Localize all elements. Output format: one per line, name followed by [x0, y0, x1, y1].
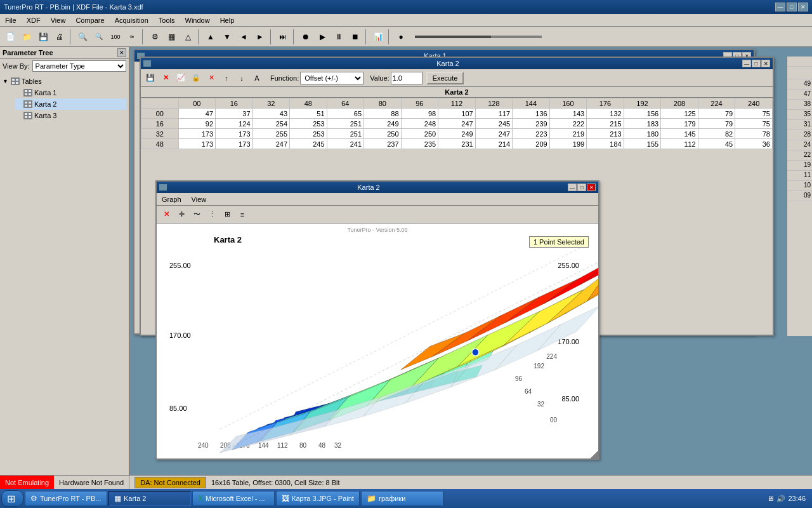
cell-48-128[interactable]: 214 — [475, 139, 513, 149]
graph-resize-handle[interactable] — [591, 451, 598, 458]
cell-32-64[interactable]: 251 — [327, 129, 364, 139]
graph-wave-btn[interactable]: 〜 — [190, 208, 204, 222]
close-button[interactable]: ✕ — [798, 3, 808, 11]
col-192[interactable]: 192 — [624, 98, 661, 109]
cell-32-32[interactable]: 255 — [252, 129, 290, 139]
col-128[interactable]: 128 — [475, 98, 513, 109]
execute-button[interactable]: Execute — [426, 72, 464, 84]
taskbar-paint[interactable]: 🖼 Карта 3.JPG - Paint — [276, 491, 360, 506]
cell-32-160[interactable]: 219 — [549, 129, 587, 139]
cell-00-192[interactable]: 156 — [624, 109, 661, 119]
toolbar-chart[interactable]: 📊 — [370, 29, 386, 44]
cell-16-224[interactable]: 79 — [698, 119, 735, 129]
tree-node-karta2[interactable]: Karta 2 — [15, 98, 126, 110]
cell-16-176[interactable]: 215 — [587, 119, 624, 129]
col-00[interactable]: 00 — [178, 98, 216, 109]
col-16[interactable]: 16 — [216, 98, 253, 109]
cell-00-00[interactable]: 47 — [178, 109, 216, 119]
col-112[interactable]: 112 — [438, 98, 476, 109]
toolbar-b2[interactable]: ▦ — [164, 29, 179, 44]
taskbar-tunerpro[interactable]: ⚙ TunerPro RT - PB... — [25, 491, 107, 506]
col-144[interactable]: 144 — [513, 98, 550, 109]
tree-node-tables[interactable]: ▼ Tables — [3, 76, 126, 87]
col-224[interactable]: 224 — [698, 98, 735, 109]
toolbar-zoom-out[interactable]: 🔍 — [91, 29, 107, 44]
toolbar-skip[interactable]: ⏭ — [275, 29, 291, 44]
cell-32-16[interactable]: 173 — [216, 129, 253, 139]
cell-00-112[interactable]: 107 — [438, 109, 476, 119]
cell-00-224[interactable]: 79 — [698, 109, 735, 119]
graph-grid-btn[interactable]: ⊞ — [220, 208, 234, 222]
cell-00-32[interactable]: 43 — [252, 109, 290, 119]
cell-32-208[interactable]: 145 — [661, 129, 698, 139]
toolbar-100[interactable]: 100 — [108, 29, 123, 44]
cell-48-48[interactable]: 245 — [290, 139, 327, 149]
karta2-graph-restore[interactable]: □ — [577, 184, 586, 191]
cell-16-16[interactable]: 124 — [216, 119, 253, 129]
cell-16-96[interactable]: 248 — [401, 119, 438, 129]
cell-00-64[interactable]: 65 — [327, 109, 364, 119]
cell-16-112[interactable]: 247 — [438, 119, 476, 129]
col-160[interactable]: 160 — [549, 98, 587, 109]
cell-16-32[interactable]: 254 — [252, 119, 290, 129]
karta2-table-close[interactable]: ✕ — [761, 60, 770, 67]
cell-16-208[interactable]: 179 — [661, 119, 698, 129]
col-64[interactable]: 64 — [327, 98, 364, 109]
menu-compare[interactable]: Compare — [70, 15, 109, 25]
menu-window[interactable]: Window — [180, 15, 215, 25]
toolbar-slider[interactable] — [415, 36, 542, 38]
function-dropdown[interactable]: Offset (+/-) Multiply (*) Divide (/) — [300, 72, 363, 84]
toolbar-arrow-left[interactable]: ◄ — [236, 29, 251, 44]
cell-00-208[interactable]: 125 — [661, 109, 698, 119]
cell-00-160[interactable]: 143 — [549, 109, 587, 119]
cell-32-96[interactable]: 250 — [401, 129, 438, 139]
cell-48-176[interactable]: 184 — [587, 139, 624, 149]
taskbar-folder[interactable]: 📁 графики — [361, 491, 443, 506]
cell-16-160[interactable]: 222 — [549, 119, 587, 129]
taskbar-excel[interactable]: X Microsoft Excel - ... — [192, 491, 275, 506]
cell-32-112[interactable]: 249 — [438, 129, 476, 139]
param-tree-close-button[interactable]: ✕ — [117, 48, 126, 57]
tree-node-karta3[interactable]: Karta 3 — [15, 110, 126, 121]
toolbar-zoom-in[interactable]: 🔍 — [75, 29, 90, 44]
menu-view[interactable]: View — [46, 15, 71, 25]
col-96[interactable]: 96 — [401, 98, 438, 109]
col-208[interactable]: 208 — [661, 98, 698, 109]
graph-menu-graph[interactable]: Graph — [157, 194, 187, 204]
minimize-button[interactable]: — — [775, 3, 785, 11]
cell-00-176[interactable]: 132 — [587, 109, 624, 119]
view-by-select[interactable]: Parameter Type — [32, 60, 126, 72]
karta2-graph-close[interactable]: ✕ — [587, 184, 596, 191]
cell-32-00[interactable]: 173 — [178, 129, 216, 139]
value-input[interactable] — [391, 72, 422, 84]
cell-00-16[interactable]: 37 — [216, 109, 253, 119]
tbl-del-btn[interactable]: ✕ — [204, 71, 218, 85]
cell-32-80[interactable]: 250 — [364, 129, 402, 139]
toolbar-arrow-right[interactable]: ► — [252, 29, 268, 44]
cell-16-192[interactable]: 183 — [624, 119, 661, 129]
toolbar-open[interactable]: 📁 — [19, 29, 34, 44]
toolbar-b3[interactable]: △ — [180, 29, 195, 44]
cell-16-240[interactable]: 75 — [735, 119, 773, 129]
toolbar-b1[interactable]: ⚙ — [147, 29, 162, 44]
cell-00-144[interactable]: 136 — [513, 109, 550, 119]
tbl-sort-asc[interactable]: ↑ — [219, 71, 233, 85]
cell-48-208[interactable]: 112 — [661, 139, 698, 149]
cell-48-32[interactable]: 247 — [252, 139, 290, 149]
cell-48-144[interactable]: 209 — [513, 139, 550, 149]
karta2-graph-minimize[interactable]: — — [568, 184, 577, 191]
graph-menu-view[interactable]: View — [187, 194, 212, 204]
tree-node-karta1[interactable]: Karta 1 — [15, 87, 126, 98]
toolbar-pause[interactable]: ⏸ — [331, 29, 346, 44]
cell-48-00[interactable]: 173 — [178, 139, 216, 149]
cell-16-48[interactable]: 253 — [290, 119, 327, 129]
toolbar-stop[interactable]: ⏹ — [348, 29, 363, 44]
toolbar-play[interactable]: ▶ — [315, 29, 330, 44]
graph-crosshair-btn[interactable]: ✛ — [174, 208, 188, 222]
start-button[interactable]: ⊞ — [1, 490, 23, 507]
cell-16-144[interactable]: 239 — [513, 119, 550, 129]
col-176[interactable]: 176 — [587, 98, 624, 109]
cell-32-48[interactable]: 253 — [290, 129, 327, 139]
cell-00-80[interactable]: 88 — [364, 109, 402, 119]
cell-32-176[interactable]: 213 — [587, 129, 624, 139]
